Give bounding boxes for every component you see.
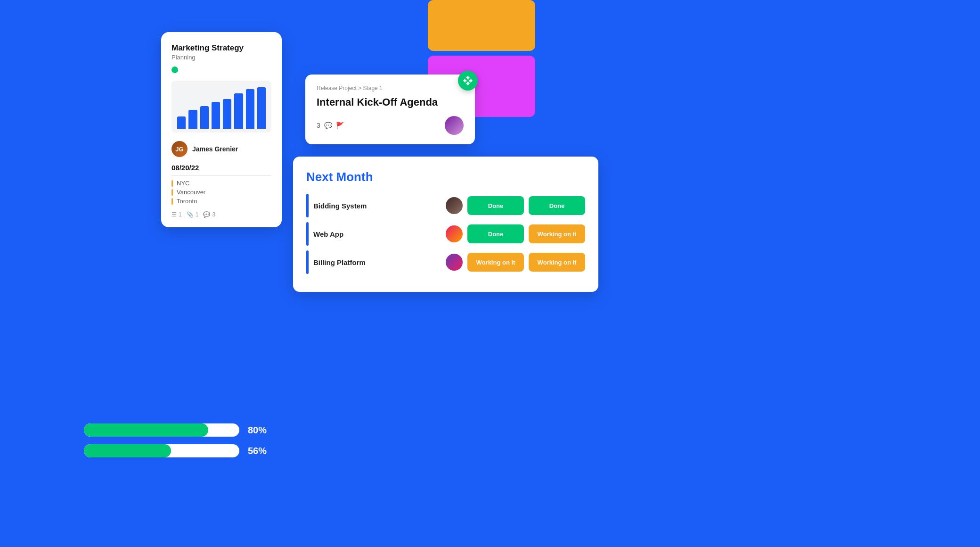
row-name: Bidding System [313, 202, 441, 210]
table-row: Billing Platform Working on it Working o… [306, 250, 585, 274]
date-display: 08/20/22 [172, 164, 271, 172]
person-row: JG James Grenier [172, 141, 271, 157]
status-indicator [172, 66, 178, 73]
location-name: Toronto [177, 198, 197, 205]
location-list: NYC Vancouver Toronto [172, 180, 271, 205]
row-avatar [446, 197, 463, 214]
list-item: Vancouver [172, 189, 271, 196]
progress-item-2: 56% [84, 444, 267, 457]
list-item: Toronto [172, 198, 271, 205]
progress-section: 80% 56% [84, 423, 267, 465]
bar-8 [257, 87, 266, 129]
breadcrumb: Release Project > Stage 1 [317, 85, 464, 91]
task-card: Release Project > Stage 1 Internal Kick-… [305, 75, 475, 144]
status-pill-1: Done [467, 224, 524, 243]
divider [172, 175, 271, 176]
table-row: Web App Done Working on it [306, 222, 585, 246]
progress-label: 80% [248, 425, 267, 436]
task-meta: 3 💬 🚩 [317, 122, 344, 129]
table-heading: Next Month [306, 170, 585, 184]
progress-bar-background [84, 423, 239, 437]
avatar: JG [172, 141, 188, 157]
comment-count: 💬 3 [203, 211, 215, 218]
list-count: ☰ 1 [172, 211, 182, 218]
attachment-icon: 📎 [187, 211, 194, 218]
task-assignee-avatar [445, 116, 464, 135]
status-pill-2: Working on it [529, 253, 585, 272]
bar-4 [212, 102, 220, 129]
task-footer: 3 💬 🚩 [317, 116, 464, 135]
status-pill-1: Working on it [467, 253, 524, 272]
decorative-yellow-rect [428, 0, 535, 51]
status-pill-2: Working on it [529, 224, 585, 243]
task-title: Internal Kick-Off Agenda [317, 96, 464, 108]
row-avatar [446, 225, 463, 242]
flag-icon: 🚩 [336, 122, 344, 129]
bar-5 [223, 99, 231, 129]
location-dot [172, 180, 173, 187]
comment-icon: 💬 [203, 211, 210, 218]
person-name: James Grenier [192, 145, 238, 153]
status-pill-2: Done [529, 196, 585, 215]
progress-bar-background [84, 444, 239, 457]
row-accent [306, 250, 309, 274]
bar-chart [172, 81, 271, 133]
marketing-strategy-card: Marketing Strategy Planning JG James Gre… [161, 32, 282, 227]
next-month-table-card: Next Month Bidding System Done Done Web … [293, 157, 598, 292]
status-pill-1: Done [467, 196, 524, 215]
bar-7 [246, 89, 254, 129]
location-dot [172, 198, 173, 205]
comment-icon: 💬 [324, 122, 332, 129]
row-avatar [446, 254, 463, 271]
attachment-count: 📎 1 [187, 211, 199, 218]
list-icon: ☰ [172, 211, 177, 218]
progress-item-1: 80% [84, 423, 267, 437]
row-name: Web App [313, 230, 441, 238]
bar-6 [234, 93, 243, 129]
comment-count-badge: 3 [317, 122, 320, 129]
bar-3 [200, 106, 209, 129]
card-subtitle: Planning [172, 54, 271, 61]
card-title: Marketing Strategy [172, 43, 271, 53]
bar-2 [188, 110, 197, 129]
list-item: NYC [172, 180, 271, 187]
progress-bar-fill [84, 423, 208, 437]
row-accent [306, 222, 309, 246]
row-accent [306, 194, 309, 217]
bar-1 [177, 116, 186, 129]
move-drag-icon[interactable] [458, 71, 478, 91]
location-name: Vancouver [177, 189, 205, 196]
progress-label: 56% [248, 446, 267, 456]
row-name: Billing Platform [313, 258, 441, 266]
card-footer: ☰ 1 📎 1 💬 3 [172, 211, 271, 218]
location-name: NYC [177, 180, 189, 187]
location-dot [172, 189, 173, 196]
progress-bar-fill [84, 444, 171, 457]
table-row: Bidding System Done Done [306, 194, 585, 217]
